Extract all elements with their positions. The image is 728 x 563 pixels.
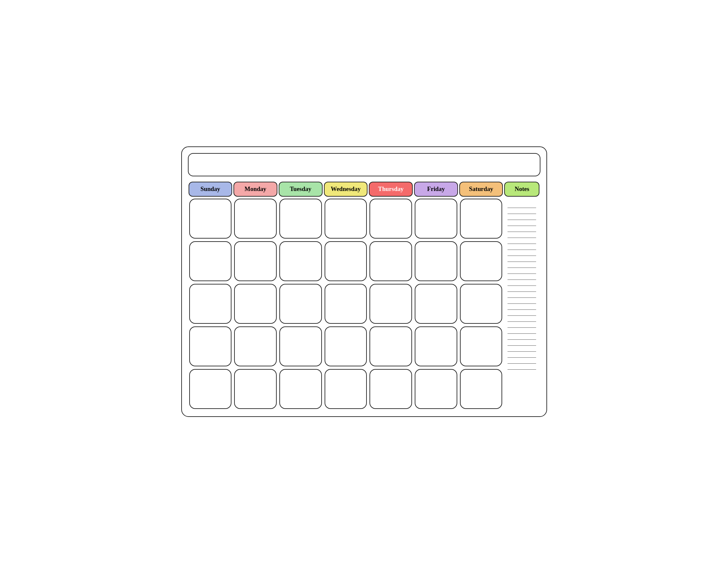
cell-row5-sun[interactable]	[189, 369, 232, 409]
header-saturday: Saturday	[459, 182, 503, 197]
notes-column[interactable]	[505, 199, 539, 409]
cell-row2-wed[interactable]	[325, 241, 367, 281]
notes-line[interactable]	[508, 250, 536, 256]
notes-line[interactable]	[508, 262, 536, 268]
header-wednesday: Wednesday	[324, 182, 368, 197]
header-tuesday: Tuesday	[279, 182, 323, 197]
notes-line[interactable]	[508, 346, 536, 352]
notes-line[interactable]	[508, 298, 536, 304]
notes-line[interactable]	[508, 280, 536, 286]
notes-line[interactable]	[508, 292, 536, 298]
notes-line[interactable]	[508, 214, 536, 220]
header-sunday: Sunday	[189, 182, 232, 197]
cell-row5-sat[interactable]	[460, 369, 503, 409]
notes-line[interactable]	[508, 274, 536, 280]
cell-row5-mon[interactable]	[234, 369, 277, 409]
cell-row4-mon[interactable]	[234, 327, 277, 366]
calendar-grid: Sunday Monday Tuesday Wednesday Thursday…	[188, 181, 540, 410]
notes-line[interactable]	[508, 208, 536, 214]
notes-line[interactable]	[508, 232, 536, 238]
notes-line[interactable]	[508, 256, 536, 262]
cell-row3-thu[interactable]	[369, 284, 412, 324]
calendar-container: Sunday Monday Tuesday Wednesday Thursday…	[181, 146, 547, 417]
cell-row4-fri[interactable]	[415, 327, 457, 366]
notes-line[interactable]	[508, 244, 536, 250]
cell-row1-sat[interactable]	[460, 199, 503, 238]
cell-row4-tue[interactable]	[279, 327, 322, 366]
cell-row3-tue[interactable]	[279, 284, 322, 324]
notes-line[interactable]	[508, 340, 536, 346]
notes-line[interactable]	[508, 334, 536, 340]
cell-row5-wed[interactable]	[325, 369, 367, 409]
notes-line[interactable]	[508, 322, 536, 328]
notes-line[interactable]	[508, 304, 536, 310]
cell-row5-tue[interactable]	[279, 369, 322, 409]
cell-row4-sat[interactable]	[460, 327, 503, 366]
cell-row2-sun[interactable]	[189, 241, 232, 281]
cell-row1-mon[interactable]	[234, 199, 277, 238]
header-thursday: Thursday	[369, 182, 413, 197]
title-bar[interactable]	[188, 153, 540, 176]
cell-row4-sun[interactable]	[189, 327, 232, 366]
cell-row2-tue[interactable]	[279, 241, 322, 281]
cell-row5-thu[interactable]	[369, 369, 412, 409]
cell-row1-sun[interactable]	[189, 199, 232, 238]
cell-row3-wed[interactable]	[325, 284, 367, 324]
cell-row2-fri[interactable]	[415, 241, 457, 281]
notes-line[interactable]	[508, 238, 536, 244]
cell-row3-sun[interactable]	[189, 284, 232, 324]
cell-row5-fri[interactable]	[415, 369, 457, 409]
notes-line[interactable]	[508, 358, 536, 364]
cell-row1-fri[interactable]	[415, 199, 457, 238]
cell-row2-sat[interactable]	[460, 241, 503, 281]
notes-line[interactable]	[508, 316, 536, 322]
cell-row2-thu[interactable]	[369, 241, 412, 281]
notes-line[interactable]	[508, 268, 536, 274]
cell-row4-thu[interactable]	[369, 327, 412, 366]
notes-line[interactable]	[508, 220, 536, 226]
notes-line[interactable]	[508, 364, 536, 370]
cell-row1-wed[interactable]	[325, 199, 367, 238]
cell-row3-fri[interactable]	[415, 284, 457, 324]
cell-row2-mon[interactable]	[234, 241, 277, 281]
header-notes: Notes	[504, 182, 539, 197]
header-friday: Friday	[414, 182, 458, 197]
notes-line[interactable]	[508, 310, 536, 316]
cell-row3-mon[interactable]	[234, 284, 277, 324]
notes-line[interactable]	[508, 286, 536, 292]
notes-line[interactable]	[508, 328, 536, 334]
cell-row4-wed[interactable]	[325, 327, 367, 366]
notes-line[interactable]	[508, 202, 536, 208]
notes-line[interactable]	[508, 352, 536, 358]
cell-row1-tue[interactable]	[279, 199, 322, 238]
cell-row3-sat[interactable]	[460, 284, 503, 324]
notes-line[interactable]	[508, 226, 536, 232]
header-monday: Monday	[233, 182, 277, 197]
cell-row1-thu[interactable]	[369, 199, 412, 238]
